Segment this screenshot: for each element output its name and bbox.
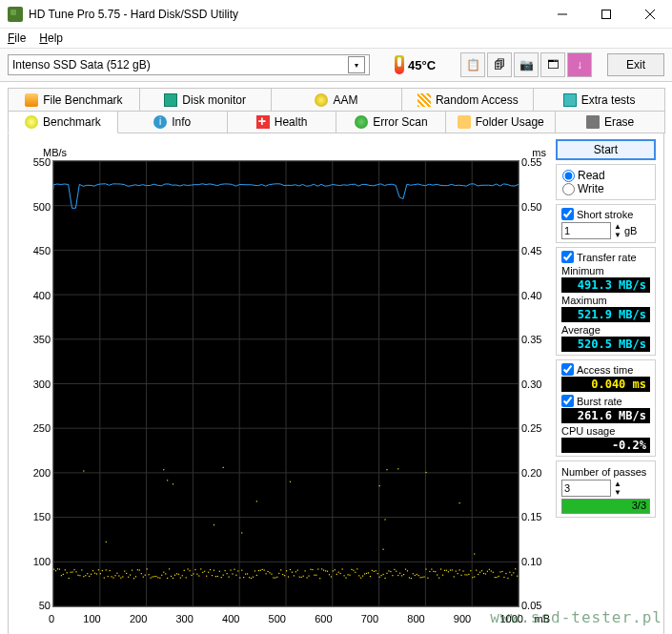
- svg-rect-85: [159, 578, 160, 579]
- svg-rect-48: [92, 570, 93, 571]
- svg-rect-166: [295, 571, 296, 572]
- menu-file[interactable]: File: [8, 31, 26, 45]
- svg-rect-56: [106, 542, 107, 542]
- svg-rect-143: [256, 575, 257, 576]
- svg-rect-117: [214, 570, 214, 571]
- toolbar: Intenso SSD Sata (512 gB) ▾ 45°C 📋 🗐 📷 🗔…: [0, 48, 672, 82]
- svg-rect-159: [284, 575, 285, 576]
- svg-rect-110: [200, 568, 201, 569]
- svg-rect-263: [462, 570, 463, 571]
- transfer-rate-check[interactable]: Transfer rate: [561, 251, 650, 263]
- svg-rect-271: [476, 570, 477, 571]
- write-radio[interactable]: Write: [562, 182, 649, 195]
- write-radio-input[interactable]: [562, 183, 575, 195]
- svg-rect-84: [157, 577, 158, 578]
- svg-rect-183: [327, 571, 328, 572]
- tab-aam[interactable]: AAM: [271, 88, 403, 111]
- copy-screenshot-button[interactable]: 🗐: [487, 52, 512, 77]
- spinner-icon[interactable]: ▲▼: [614, 222, 621, 239]
- options-button[interactable]: 🗔: [540, 52, 565, 77]
- maximize-button[interactable]: [584, 0, 628, 29]
- short-stroke-checkbox[interactable]: [561, 208, 574, 220]
- svg-rect-135: [241, 532, 242, 533]
- svg-rect-50: [96, 573, 97, 574]
- svg-rect-31: [63, 574, 64, 575]
- tab-file-benchmark[interactable]: File Benchmark: [8, 88, 140, 111]
- tab-disk-monitor[interactable]: Disk monitor: [139, 88, 272, 111]
- svg-rect-57: [108, 576, 109, 577]
- access-time-check[interactable]: Access time: [561, 363, 650, 376]
- svg-rect-145: [258, 570, 259, 571]
- minimize-button[interactable]: [540, 0, 584, 29]
- exit-button[interactable]: Exit: [607, 53, 664, 76]
- svg-rect-111: [202, 572, 203, 573]
- drive-select[interactable]: Intenso SSD Sata (512 gB) ▾: [8, 54, 370, 75]
- svg-rect-73: [137, 569, 138, 570]
- save-button[interactable]: ↓: [567, 52, 592, 77]
- temperature-value: 45°C: [408, 58, 436, 72]
- access-time-checkbox[interactable]: [561, 363, 574, 376]
- svg-rect-162: [290, 569, 291, 570]
- svg-rect-82: [153, 576, 154, 577]
- tab-info[interactable]: iInfo: [117, 111, 228, 133]
- svg-rect-139: [249, 577, 250, 578]
- passes-input[interactable]: [561, 480, 611, 497]
- svg-rect-243: [427, 578, 428, 579]
- tab-benchmark[interactable]: Benchmark: [8, 111, 118, 133]
- tab-error-scan[interactable]: Error Scan: [336, 111, 446, 133]
- svg-rect-200: [358, 575, 359, 576]
- svg-rect-72: [135, 576, 136, 577]
- svg-rect-131: [235, 575, 236, 576]
- read-radio-input[interactable]: [562, 170, 575, 182]
- short-stroke-value[interactable]: [561, 222, 611, 239]
- burst-rate-check[interactable]: Burst rate: [561, 395, 650, 407]
- svg-rect-119: [215, 576, 216, 577]
- svg-rect-133: [239, 577, 240, 578]
- avg-value: 520.5 MB/s: [561, 337, 650, 352]
- menu-help[interactable]: Help: [39, 31, 63, 45]
- app-icon: [8, 7, 23, 22]
- svg-rect-185: [331, 576, 332, 577]
- svg-rect-169: [301, 577, 302, 578]
- copy-info-button[interactable]: 📋: [460, 52, 485, 77]
- svg-rect-273: [479, 572, 480, 573]
- svg-rect-96: [174, 575, 175, 576]
- tab-erase[interactable]: Erase: [555, 111, 665, 133]
- tab-label: Erase: [604, 115, 634, 129]
- short-stroke-check[interactable]: Short stroke: [561, 208, 650, 220]
- screenshot-button[interactable]: 📷: [514, 52, 539, 77]
- start-button[interactable]: Start: [556, 139, 656, 160]
- svg-rect-129: [232, 573, 233, 574]
- tab-label: Disk monitor: [182, 93, 246, 107]
- svg-rect-175: [312, 569, 313, 570]
- burst-label: Burst rate: [577, 396, 622, 407]
- svg-rect-193: [345, 578, 346, 579]
- tab-random-access[interactable]: Random Access: [401, 88, 534, 111]
- svg-rect-236: [417, 574, 417, 575]
- svg-rect-156: [278, 573, 279, 574]
- tab-health[interactable]: Health: [227, 111, 337, 133]
- svg-rect-265: [466, 574, 467, 575]
- transfer-rate-checkbox[interactable]: [561, 251, 574, 263]
- short-stroke-unit: gB: [624, 225, 637, 236]
- svg-rect-278: [489, 569, 490, 570]
- svg-rect-134: [241, 570, 242, 571]
- random-access-icon: [417, 93, 431, 107]
- svg-rect-266: [468, 574, 469, 575]
- read-radio[interactable]: Read: [562, 169, 649, 182]
- svg-rect-229: [403, 574, 404, 575]
- svg-rect-52: [100, 573, 101, 574]
- svg-rect-69: [130, 574, 131, 575]
- burst-rate-checkbox[interactable]: [561, 395, 574, 407]
- svg-rect-140: [251, 578, 252, 579]
- svg-rect-269: [474, 576, 475, 577]
- svg-rect-49: [94, 573, 95, 574]
- svg-rect-202: [362, 576, 363, 577]
- tab-extra-tests[interactable]: Extra tests: [533, 88, 665, 111]
- close-button[interactable]: [628, 0, 672, 29]
- svg-rect-192: [344, 575, 345, 576]
- svg-rect-241: [425, 568, 426, 569]
- svg-rect-179: [319, 578, 320, 579]
- spinner-icon[interactable]: ▲▼: [614, 480, 621, 497]
- tab-folder-usage[interactable]: Folder Usage: [445, 111, 556, 133]
